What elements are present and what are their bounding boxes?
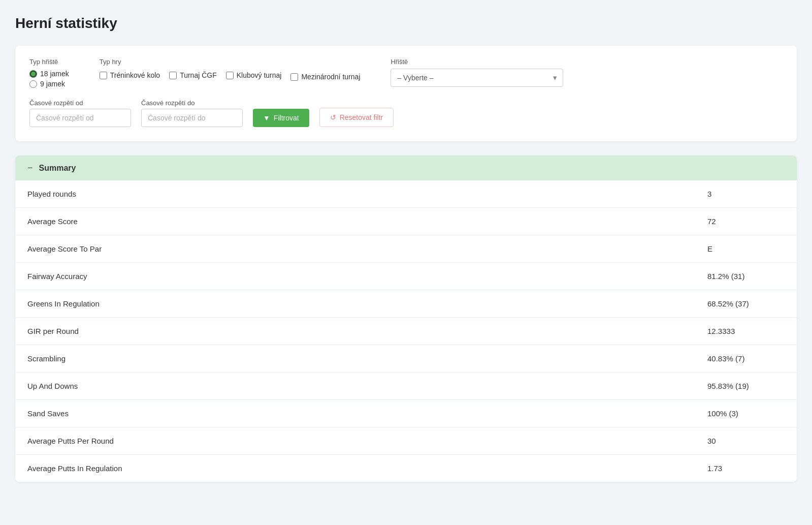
table-row: Sand Saves 100% (3)	[15, 400, 797, 427]
stat-value: 68.52% (37)	[695, 290, 797, 317]
radio-9-input[interactable]	[29, 80, 37, 88]
checkbox-treninkove-label: Tréninkové kolo	[110, 71, 160, 79]
checkbox-treninkove-input[interactable]	[100, 72, 107, 79]
checkbox-group-hry: Tréninkové kolo Turnaj ČGF Klubový turna…	[100, 70, 361, 81]
stat-value: 81.2% (31)	[695, 263, 797, 290]
table-row: Average Score 72	[15, 208, 797, 235]
table-row: Average Score To Par E	[15, 235, 797, 263]
typ-hry-label: Typ hry	[100, 58, 361, 66]
stat-value: 95.83% (19)	[695, 373, 797, 399]
table-row: GIR per Round 12.3333	[15, 318, 797, 345]
reset-button[interactable]: ↺ Resetovat filtr	[319, 108, 394, 127]
hriste-select-wrapper: – Vyberte –	[391, 69, 563, 87]
checkbox-turnaj-cgf-label: Turnaj ČGF	[180, 71, 217, 79]
radio-18-input[interactable]	[29, 70, 37, 78]
filter-icon: ▼	[263, 114, 270, 122]
date-from-label: Časové rozpětí od	[29, 99, 131, 107]
stat-value: 100% (3)	[695, 400, 797, 427]
checkbox-treninkove-kolo[interactable]: Tréninkové kolo	[100, 70, 160, 81]
stat-label: Sand Saves	[15, 400, 695, 427]
summary-section: − Summary Played rounds 3 Average Score …	[15, 156, 797, 482]
stat-label: Average Putts Per Round	[15, 427, 695, 454]
reset-button-label: Resetovat filtr	[340, 113, 383, 121]
checkbox-turnaj-cgf[interactable]: Turnaj ČGF	[169, 70, 217, 81]
stat-label: Greens In Regulation	[15, 290, 695, 317]
stat-label: Played rounds	[15, 180, 695, 207]
table-row: Scrambling 40.83% (7)	[15, 345, 797, 373]
radio-18-label: 18 jamek	[40, 70, 69, 78]
checkbox-mezinarodni-input[interactable]	[290, 73, 298, 81]
collapse-icon[interactable]: −	[27, 163, 33, 173]
table-row: Greens In Regulation 68.52% (37)	[15, 290, 797, 318]
filter-button[interactable]: ▼ Filtrovat	[253, 109, 309, 127]
radio-group-hriste: 18 jamek 9 jamek	[29, 70, 69, 88]
stat-label: Average Putts In Regulation	[15, 455, 695, 482]
hriste-select[interactable]: – Vyberte –	[391, 69, 563, 87]
checkbox-turnaj-cgf-input[interactable]	[169, 72, 177, 79]
filter-card: Typ hřiště 18 jamek 9 jamek Typ hry	[15, 46, 797, 141]
radio-9-jamek[interactable]: 9 jamek	[29, 80, 69, 88]
radio-9-label: 9 jamek	[40, 80, 65, 88]
stat-value: 72	[695, 208, 797, 235]
stat-label: Up And Downs	[15, 373, 695, 399]
stat-label: Average Score	[15, 208, 695, 235]
table-row: Played rounds 3	[15, 180, 797, 208]
date-from-input[interactable]	[29, 109, 131, 127]
stat-value: 40.83% (7)	[695, 345, 797, 372]
stat-value: 30	[695, 427, 797, 454]
stat-value: 3	[695, 180, 797, 207]
hriste-label: Hřiště	[391, 58, 563, 66]
hriste-group: Hřiště – Vyberte –	[391, 58, 563, 87]
summary-rows: Played rounds 3 Average Score 72 Average…	[15, 180, 797, 482]
checkbox-klubovy-input[interactable]	[226, 72, 234, 79]
table-row: Up And Downs 95.83% (19)	[15, 373, 797, 400]
checkbox-klubovy-turnaj[interactable]: Klubový turnaj	[226, 70, 282, 81]
checkbox-klubovy-label: Klubový turnaj	[237, 71, 282, 79]
reset-icon: ↺	[330, 113, 336, 121]
typ-hriste-label: Typ hřiště	[29, 58, 69, 66]
filter-row-2: Časové rozpětí od Časové rozpětí do ▼ Fi…	[29, 99, 783, 127]
table-row: Average Putts Per Round 30	[15, 427, 797, 455]
stat-label: Fairway Accuracy	[15, 263, 695, 290]
typ-hry-group: Typ hry Tréninkové kolo Turnaj ČGF Klubo…	[100, 58, 361, 81]
summary-header: − Summary	[15, 156, 797, 180]
typ-hriste-group: Typ hřiště 18 jamek 9 jamek	[29, 58, 69, 88]
stat-label: GIR per Round	[15, 318, 695, 345]
page-title: Herní statistiky	[15, 15, 797, 32]
date-to-label: Časové rozpětí do	[141, 99, 243, 107]
filter-button-label: Filtrovat	[274, 114, 299, 122]
stat-value: 12.3333	[695, 318, 797, 345]
stat-value: 1.73	[695, 455, 797, 482]
date-to-input[interactable]	[141, 109, 243, 127]
date-from-group: Časové rozpětí od	[29, 99, 131, 127]
checkbox-mezinarodni-turnaj[interactable]: Mezinárodní turnaj	[290, 73, 360, 81]
date-to-group: Časové rozpětí do	[141, 99, 243, 127]
stat-label: Scrambling	[15, 345, 695, 372]
stat-value: E	[695, 235, 797, 262]
table-row: Average Putts In Regulation 1.73	[15, 455, 797, 482]
checkbox-mezinarodni-label: Mezinárodní turnaj	[301, 73, 360, 81]
radio-18-jamek[interactable]: 18 jamek	[29, 70, 69, 78]
stat-label: Average Score To Par	[15, 235, 695, 262]
summary-title: Summary	[39, 164, 76, 173]
table-row: Fairway Accuracy 81.2% (31)	[15, 263, 797, 290]
